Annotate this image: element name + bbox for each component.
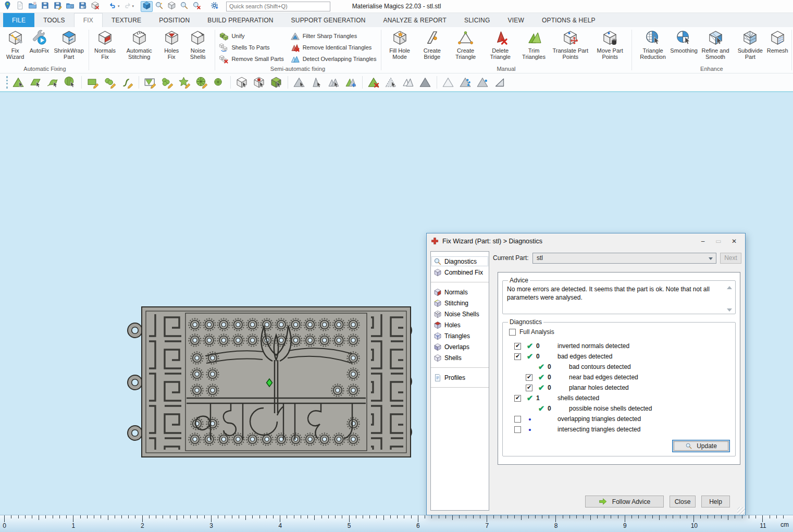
toolbar-drag-handle[interactable]: [6, 76, 8, 89]
ribbon-small-button[interactable]: Remove Small Parts: [217, 53, 286, 65]
ribbon-button[interactable]: Remesh: [765, 28, 789, 54]
undo-button[interactable]: [107, 1, 119, 12]
next-button[interactable]: Next: [720, 253, 741, 264]
minimize-button[interactable]: –: [695, 236, 711, 247]
fill-selection-button[interactable]: [419, 76, 431, 89]
pan-view-button[interactable]: [153, 1, 165, 12]
menu-tab[interactable]: FILE: [3, 13, 34, 27]
menu-tab[interactable]: TEXTURE: [103, 13, 150, 27]
ribbon-small-button[interactable]: Detect Overlapping Triangles: [288, 53, 379, 65]
ribbon-button[interactable]: AutoFix: [27, 28, 51, 54]
ribbon-button[interactable]: Delete Triangle: [483, 28, 517, 60]
diagnostic-checkbox[interactable]: [514, 395, 521, 402]
pendant-model[interactable]: [127, 306, 413, 458]
clear-selection-button[interactable]: [437, 76, 454, 89]
menu-tab[interactable]: SLICING: [455, 13, 499, 27]
ribbon-button[interactable]: Holes Fix: [159, 28, 183, 60]
mark-triangle-button[interactable]: [12, 76, 24, 89]
copy-selection-button[interactable]: [402, 76, 414, 89]
diagnostic-checkbox[interactable]: [526, 385, 532, 391]
dialog-title-bar[interactable]: Fix Wizard (Part: stl) > Diagnostics – ▭…: [427, 233, 745, 249]
ribbon-button[interactable]: Create Triangle: [448, 28, 483, 60]
viewport-3d[interactable]: Z X Fix Wizard (Part: stl) > Diagnostics…: [0, 93, 793, 515]
zoom-in-button[interactable]: [178, 1, 190, 12]
ribbon-button[interactable]: Noise Shells: [183, 28, 212, 60]
full-analysis-checkbox[interactable]: [509, 329, 516, 336]
follow-advice-button[interactable]: Follow Advice: [585, 496, 664, 508]
ribbon-small-button[interactable]: Remove Identical Triangles: [288, 42, 379, 53]
diagnostic-checkbox[interactable]: [514, 426, 521, 433]
help-button[interactable]: Help: [701, 496, 730, 508]
diagnostic-checkbox[interactable]: [526, 374, 532, 381]
ribbon-button[interactable]: Normals Fix: [91, 28, 119, 60]
ribbon-button[interactable]: Move Part Points: [591, 28, 629, 60]
view-settings-button[interactable]: [208, 1, 220, 12]
nav-item[interactable]: Noise Shells: [431, 308, 489, 319]
export-part-button[interactable]: [77, 1, 89, 12]
ribbon-button[interactable]: Smoothing: [672, 28, 696, 54]
load-project-button[interactable]: [27, 1, 39, 12]
app-logo-button[interactable]: [2, 1, 14, 12]
nav-item[interactable]: Profiles: [431, 372, 489, 383]
grow-selection-button[interactable]: [344, 76, 357, 89]
ribbon-small-button[interactable]: Filter Sharp Triangles: [288, 30, 379, 42]
nav-item[interactable]: Holes: [431, 319, 489, 330]
menu-tab[interactable]: POSITION: [150, 13, 199, 27]
diagnostic-checkbox[interactable]: [514, 343, 521, 350]
nav-item[interactable]: Overlaps: [431, 341, 489, 352]
menu-tab[interactable]: TOOLS: [34, 13, 73, 27]
frame-selection-button[interactable]: [493, 76, 506, 89]
select-part-button[interactable]: [230, 76, 248, 89]
brush-mark-button[interactable]: [104, 76, 116, 89]
current-part-select[interactable]: stl: [532, 253, 716, 264]
nav-item[interactable]: Normals: [431, 287, 489, 298]
diagnostic-checkbox[interactable]: [514, 353, 521, 360]
zoom-selection-button[interactable]: [141, 1, 153, 12]
mark-plane-button[interactable]: [29, 76, 42, 89]
menu-tab[interactable]: FIX: [74, 13, 103, 27]
select-shell-button[interactable]: [270, 76, 282, 89]
ribbon-button[interactable]: Translate Part Points: [550, 28, 591, 60]
nav-item[interactable]: Triangles: [431, 330, 489, 341]
delete-marked-button[interactable]: [362, 76, 380, 89]
select-connected-button[interactable]: [327, 76, 340, 89]
menu-tab[interactable]: BUILD PREPARATION: [199, 13, 282, 27]
invert-selection-button[interactable]: [385, 76, 397, 89]
brush-shell-mark-button[interactable]: [161, 76, 174, 89]
ribbon-button[interactable]: Trim Triangles: [517, 28, 550, 60]
diagnostic-checkbox[interactable]: [514, 416, 521, 423]
ribbon-button[interactable]: ShrinkWrap Part: [51, 28, 86, 60]
wheel-mark-button[interactable]: [213, 76, 225, 89]
scroll-up-icon[interactable]: [727, 286, 732, 289]
ribbon-button[interactable]: Automatic Stitching: [119, 28, 159, 60]
window-mark-button[interactable]: [139, 76, 156, 89]
redo-button[interactable]: [121, 1, 133, 12]
close-button[interactable]: Close: [670, 496, 696, 508]
lasso-mark-button[interactable]: [121, 76, 133, 89]
nav-item[interactable]: Shells: [431, 352, 489, 363]
save-project-as-button[interactable]: [52, 1, 64, 12]
nav-item[interactable]: Stitching: [431, 298, 489, 308]
fit-view-button[interactable]: [166, 1, 178, 12]
ribbon-button[interactable]: Fix Wizard: [3, 28, 27, 60]
mark-surface-button[interactable]: [46, 76, 59, 89]
save-project-button[interactable]: [39, 1, 51, 12]
menu-tab[interactable]: ANALYZE & REPORT: [375, 13, 455, 27]
ribbon-small-button[interactable]: Shells To Parts: [217, 42, 286, 53]
menu-tab[interactable]: VIEW: [499, 13, 532, 27]
remove-part-button[interactable]: [89, 1, 101, 12]
zoom-out-button[interactable]: [191, 1, 203, 12]
advice-scrollbar[interactable]: [725, 286, 733, 312]
close-icon[interactable]: ✕: [726, 236, 742, 247]
menu-tab[interactable]: OPTIONS & HELP: [533, 13, 604, 27]
select-triangles-button[interactable]: [288, 76, 305, 89]
ribbon-button[interactable]: Refine and Smooth: [696, 28, 735, 60]
import-part-button[interactable]: [64, 1, 76, 12]
nav-item[interactable]: Diagnostics: [431, 256, 489, 267]
ribbon-button[interactable]: Subdivide Part: [735, 28, 765, 60]
new-project-button[interactable]: [14, 1, 26, 12]
pie-mark-button[interactable]: [195, 76, 208, 89]
quick-search-input[interactable]: [226, 2, 330, 11]
smooth-selection-button[interactable]: [459, 76, 472, 89]
resize-grip[interactable]: [737, 507, 745, 515]
